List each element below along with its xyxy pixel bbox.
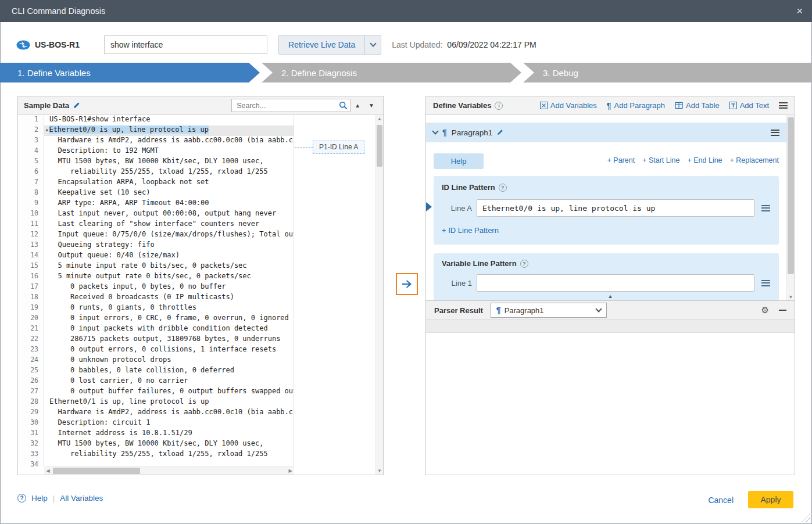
search-icon[interactable] (339, 101, 348, 112)
scroll-left-icon[interactable]: ◀ (44, 467, 52, 475)
editor-line[interactable]: 7 Encapsulation ARPA, loopback not set (18, 178, 294, 188)
editor-line[interactable]: 15 5 minute input rate 0 bits/sec, 0 pac… (18, 261, 294, 272)
resize-grip[interactable] (802, 514, 810, 522)
question-icon: ? (499, 184, 507, 192)
line-text (44, 460, 294, 466)
editor-line[interactable]: 4 Description: to 192 MGMT (18, 146, 294, 157)
editor-line[interactable]: 24 0 unknown protocol drops (18, 356, 294, 366)
define-variables-scrollbar[interactable]: ▼ (786, 115, 795, 301)
editor-horizontal-scrollbar[interactable]: ◀ ▶ (44, 466, 294, 475)
editor-line[interactable]: 19 0 runts, 0 giants, 0 throttles (18, 303, 294, 314)
editor-line[interactable]: 12 Input queue: 0/75/0/0 (size/max/drops… (18, 230, 294, 241)
retrieve-live-data-button[interactable]: Retrieve Live Data (279, 35, 364, 54)
edit-paragraph-icon[interactable] (497, 128, 504, 137)
add-start-line-link[interactable]: + Start Line (642, 156, 679, 164)
line-text: 0 runts, 0 giants, 0 throttles (44, 303, 294, 314)
minimize-icon[interactable] (779, 310, 786, 311)
line-text: Queueing strategy: fifo (44, 241, 294, 251)
retrieve-dropdown-button[interactable] (364, 35, 381, 54)
editor-line[interactable]: 1US-BOS-R1#show interface (18, 115, 294, 125)
step-define-diagnosis[interactable]: 2. Define Diagnosis (262, 63, 521, 82)
collapse-chevron-icon[interactable] (432, 128, 438, 134)
scroll-up-icon[interactable]: ▲ (376, 115, 383, 123)
vertical-scroll-thumb[interactable] (377, 125, 382, 167)
editor-line[interactable]: 26 0 lost carrier, 0 no carrier (18, 376, 294, 387)
edit-sample-data-icon[interactable] (73, 101, 81, 110)
last-updated-label: Last Updated: (392, 40, 442, 49)
line-a-menu-icon[interactable] (761, 205, 770, 211)
add-replacement-link[interactable]: + Replacement (730, 156, 779, 164)
editor-line[interactable]: 17 0 packets input, 0 bytes, 0 no buffer (18, 282, 294, 293)
editor-line[interactable]: 23 0 output errors, 0 collisions, 1 inte… (18, 345, 294, 356)
scroll-right-icon[interactable]: ▶ (287, 467, 294, 475)
editor-line[interactable]: 6 reliability 255/255, txload 1/255, rxl… (18, 167, 294, 178)
command-input[interactable] (104, 35, 267, 54)
fold-marker-icon[interactable]: ▾ (45, 127, 48, 133)
add-end-line-link[interactable]: + End Line (687, 156, 722, 164)
step-define-variables[interactable]: 1. Define Variables (0, 63, 260, 82)
editor-line[interactable]: 34 (18, 460, 294, 466)
vertical-scroll-thumb[interactable] (788, 117, 794, 274)
editor-line[interactable]: 11 Last clearing of "show interface" cou… (18, 220, 294, 230)
editor-line[interactable]: 16 5 minute output rate 0 bits/sec, 0 pa… (18, 272, 294, 282)
cancel-button[interactable]: Cancel (708, 496, 734, 505)
footer-help-link[interactable]: Help (31, 494, 48, 503)
add-variables-button[interactable]: Add Variables (540, 101, 597, 110)
editor-line[interactable]: 13 Queueing strategy: fifo (18, 241, 294, 251)
editor-line[interactable]: 22 286715 packets output, 31809768 bytes… (18, 335, 294, 345)
pattern-tag[interactable]: P1-ID Line A (313, 141, 364, 154)
line-1-input[interactable] (477, 274, 754, 292)
editor-line[interactable]: 28Ethernet0/1 is up, line protocol is up (18, 397, 294, 408)
editor-line[interactable]: 21 0 input packets with dribble conditio… (18, 324, 294, 335)
close-icon[interactable]: × (796, 6, 803, 16)
editor-line[interactable]: 20 0 input errors, 0 CRC, 0 frame, 0 ove… (18, 314, 294, 324)
apply-button[interactable]: Apply (748, 491, 793, 508)
horizontal-scroll-thumb[interactable] (53, 468, 140, 474)
help-button[interactable]: Help (434, 153, 484, 169)
editor-line[interactable]: 32 MTU 1500 bytes, BW 10000 Kbit/sec, DL… (18, 439, 294, 450)
editor-line[interactable]: 5 MTU 1500 bytes, BW 10000 Kbit/sec, DLY… (18, 157, 294, 167)
editor-line[interactable]: 10 Last input never, output 00:00:08, ou… (18, 209, 294, 220)
editor-line[interactable]: 18 Received 0 broadcasts (0 IP multicast… (18, 293, 294, 303)
transfer-selection-button[interactable] (396, 273, 418, 295)
line-a-input[interactable] (477, 199, 754, 217)
collapse-parser-handle[interactable]: ▲ (608, 293, 613, 299)
step-debug[interactable]: 3. Debug (523, 63, 812, 82)
paragraph-menu-icon[interactable] (771, 130, 779, 136)
editor-line[interactable]: 33 reliability 255/255, txload 1/255, rx… (18, 450, 294, 460)
editor-vertical-scrollbar[interactable]: ▲ ▼ (375, 115, 383, 475)
sample-data-header: Sample Data ▲ ▼ (18, 96, 383, 115)
add-table-button[interactable]: Add Table (675, 101, 720, 110)
add-paragraph-button[interactable]: ¶ Add Paragraph (607, 101, 665, 110)
add-parent-link[interactable]: + Parent (607, 156, 635, 164)
line-text: Received 0 broadcasts (0 IP multicasts) (44, 293, 294, 303)
search-input[interactable] (231, 99, 350, 112)
editor-line[interactable]: 25 0 babbles, 0 late collision, 0 deferr… (18, 366, 294, 376)
search-next-button[interactable]: ▼ (364, 102, 378, 109)
editor-line[interactable]: 30 Description: circuit 1 (18, 418, 294, 429)
define-variables-toolbar: Add Variables ¶ Add Paragraph Add Table … (540, 101, 788, 110)
parser-result-bar: Parser Result ¶ Paragraph1 ⚙ (426, 300, 795, 320)
editor-line[interactable]: 29 Hardware is AmdP2, address is aabb.cc… (18, 408, 294, 418)
search-prev-button[interactable]: ▲ (350, 102, 364, 109)
editor-line[interactable]: 3 Hardware is AmdP2, address is aabb.cc0… (18, 136, 294, 146)
panel-menu-icon[interactable] (779, 102, 788, 109)
gear-icon[interactable]: ⚙ (761, 305, 769, 315)
scroll-down-icon[interactable]: ▼ (376, 467, 383, 475)
line-text: Last clearing of "show interface" counte… (44, 220, 294, 230)
paragraph1-section-header[interactable]: ¶ Paragraph1 (426, 123, 786, 142)
line-number: 13 (18, 241, 44, 251)
editor-line[interactable]: 14 Output queue: 0/40 (size/max) (18, 251, 294, 261)
parser-result-dropdown[interactable]: ¶ Paragraph1 (491, 303, 607, 318)
code-lines[interactable]: 1US-BOS-R1#show interface2▾Ethernet0/0 i… (18, 115, 294, 466)
editor-line[interactable]: 8 Keepalive set (10 sec) (18, 188, 294, 199)
editor-line[interactable]: 31 Internet address is 10.8.1.51/29 (18, 429, 294, 439)
line-1-menu-icon[interactable] (761, 280, 770, 286)
editor-line[interactable]: 2▾Ethernet0/0 is up, line protocol is up (18, 125, 294, 136)
editor-line[interactable]: 9 ARP type: ARPA, ARP Timeout 04:00:00 (18, 199, 294, 209)
editor-line[interactable]: 27 0 output buffer failures, 0 output bu… (18, 387, 294, 397)
add-text-button[interactable]: Add Text (729, 101, 769, 110)
all-variables-link[interactable]: All Variables (60, 494, 103, 503)
pilcrow-icon: ¶ (442, 128, 447, 137)
add-id-line-pattern-link[interactable]: + ID Line Pattern (442, 226, 499, 235)
